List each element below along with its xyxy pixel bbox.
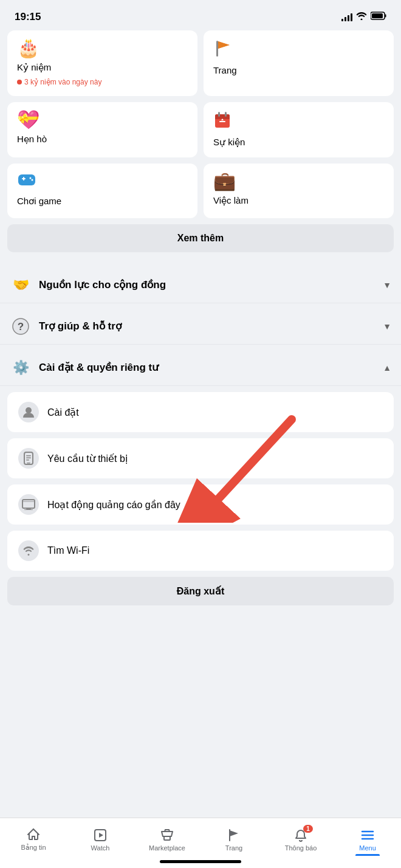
see-more-button[interactable]: Xem thêm (7, 224, 394, 252)
expandable-cai-dat-quyen[interactable]: ⚙️ Cài đặt & quyền riêng tư ▲ (0, 350, 401, 386)
menu-icon (360, 828, 375, 842)
svg-rect-23 (26, 455, 31, 456)
active-indicator (355, 854, 380, 856)
thong-bao-badge: 1 (303, 825, 313, 833)
shop-icon (160, 828, 174, 842)
su-kien-icon (213, 111, 384, 132)
svg-point-16 (30, 177, 32, 179)
marketplace-label: Marketplace (149, 844, 185, 852)
trang-label: Trang (213, 65, 384, 75)
play-icon (93, 828, 108, 842)
sub-item-tim-wifi[interactable]: Tìm Wi-Fi (7, 531, 394, 571)
svg-rect-24 (26, 458, 31, 459)
svg-rect-2 (372, 13, 383, 18)
home-icon (26, 827, 41, 842)
yeu-cau-icon (18, 448, 39, 469)
nav-item-trang[interactable]: Trang (200, 818, 267, 856)
hoat-dong-icon (18, 494, 39, 515)
grid-card-hen-ho[interactable]: 💝 Hẹn hò (7, 102, 197, 157)
bang-tin-label: Bảng tin (21, 844, 46, 852)
svg-rect-15 (23, 177, 24, 181)
tro-giup-icon: ? (10, 315, 32, 337)
status-time: 19:15 (15, 11, 41, 23)
signal-icon (341, 13, 352, 21)
svg-marker-36 (230, 830, 238, 836)
svg-point-17 (32, 179, 33, 181)
menu-label: Menu (359, 844, 376, 852)
viec-lam-label: Việc làm (213, 195, 384, 206)
grid-card-trang[interactable]: Trang (204, 30, 394, 96)
su-kien-label: Sự kiện (213, 137, 384, 148)
red-dot-icon (17, 80, 22, 84)
status-icons (341, 12, 386, 22)
svg-rect-3 (216, 41, 218, 57)
trang-icon (213, 39, 384, 60)
nav-item-menu[interactable]: Menu (334, 818, 401, 856)
grid-card-su-kien[interactable]: Sự kiện (204, 102, 394, 157)
nav-item-bang-tin[interactable]: Bảng tin (0, 818, 67, 856)
choi-game-label: Chơi game (17, 196, 188, 207)
ky-niem-sub: 3 kỷ niệm vào ngày này (17, 78, 188, 86)
svg-rect-29 (24, 509, 33, 510)
ky-niem-label: Kỷ niệm (17, 62, 188, 73)
trang-nav-label: Trang (225, 844, 242, 852)
thong-bao-label: Thông báo (285, 844, 317, 852)
svg-rect-10 (225, 112, 227, 117)
grid-card-ky-niem[interactable]: 🎂 Kỷ niệm 3 kỷ niệm vào ngày này (7, 30, 197, 96)
svg-text:?: ? (18, 321, 24, 332)
bottom-nav: Bảng tin Watch Marketplace (0, 818, 401, 868)
cai-dat-label: Cài đặt (47, 407, 79, 418)
chevron-down-icon: ▼ (383, 280, 391, 290)
nguon-luc-label: Nguồn lực cho cộng đồng (39, 278, 375, 291)
svg-rect-9 (218, 112, 220, 117)
expandable-nguon-luc[interactable]: 🤝 Nguồn lực cho cộng đồng ▼ (0, 267, 401, 303)
sub-item-cai-dat[interactable]: Cài đặt (7, 392, 394, 432)
svg-rect-1 (385, 15, 386, 18)
cai-dat-icon (18, 402, 39, 422)
svg-rect-25 (26, 460, 29, 461)
wifi-icon (356, 12, 367, 22)
nguon-luc-icon: 🤝 (10, 274, 32, 296)
cai-dat-quyen-icon: ⚙️ (10, 357, 32, 379)
tim-wifi-label: Tìm Wi-Fi (47, 545, 89, 556)
choi-game-icon (17, 172, 188, 191)
flag-nav-icon (227, 828, 241, 842)
hen-ho-icon: 💝 (17, 111, 188, 129)
svg-point-20 (26, 407, 32, 413)
chevron-up-icon: ▲ (383, 363, 391, 373)
divider-3 (0, 345, 401, 350)
nav-item-thong-bao[interactable]: 1 Thông báo (267, 818, 334, 856)
svg-rect-22 (27, 463, 30, 464)
divider-1 (0, 262, 401, 267)
viec-lam-icon: 💼 (213, 172, 384, 190)
cai-dat-quyen-label: Cài đặt & quyền riêng tư (39, 361, 375, 374)
sub-item-hoat-dong[interactable]: Hoạt động quảng cáo gần đây (7, 484, 394, 525)
yeu-cau-label: Yêu cầu từ thiết bị (47, 453, 128, 464)
svg-marker-5 (218, 41, 230, 49)
svg-rect-27 (22, 501, 35, 502)
hoat-dong-label: Hoạt động quảng cáo gần đây (47, 499, 180, 511)
sub-item-yeu-cau[interactable]: Yêu cầu từ thiết bị (7, 438, 394, 478)
svg-rect-11 (219, 121, 225, 122)
svg-marker-33 (99, 833, 103, 838)
watch-label: Watch (91, 844, 110, 852)
expandable-tro-giup[interactable]: ? Trợ giúp & hỗ trợ ▼ (0, 308, 401, 345)
bell-icon: 1 (293, 828, 308, 842)
logout-button[interactable]: Đăng xuất (7, 577, 394, 605)
settings-expanded-section: Cài đặt Yêu cầu từ thiết bị (0, 386, 401, 571)
home-indicator (160, 860, 241, 863)
ky-niem-icon: 🎂 (17, 39, 188, 57)
nav-item-marketplace[interactable]: Marketplace (134, 818, 200, 856)
tro-giup-label: Trợ giúp & hỗ trợ (39, 320, 375, 332)
grid-card-viec-lam[interactable]: 💼 Việc làm (204, 164, 394, 218)
hen-ho-label: Hẹn hò (17, 134, 188, 145)
divider-2 (0, 303, 401, 308)
chevron-down-icon-2: ▼ (383, 322, 391, 331)
grid-section: 🎂 Kỷ niệm 3 kỷ niệm vào ngày này Trang 💝… (0, 30, 401, 218)
svg-rect-28 (26, 508, 31, 509)
status-bar: 19:15 (0, 0, 401, 30)
sub-items-container: Cài đặt Yêu cầu từ thiết bị (0, 392, 401, 571)
battery-icon (371, 12, 386, 22)
nav-item-watch[interactable]: Watch (67, 818, 134, 856)
grid-card-choi-game[interactable]: Chơi game (7, 164, 197, 218)
